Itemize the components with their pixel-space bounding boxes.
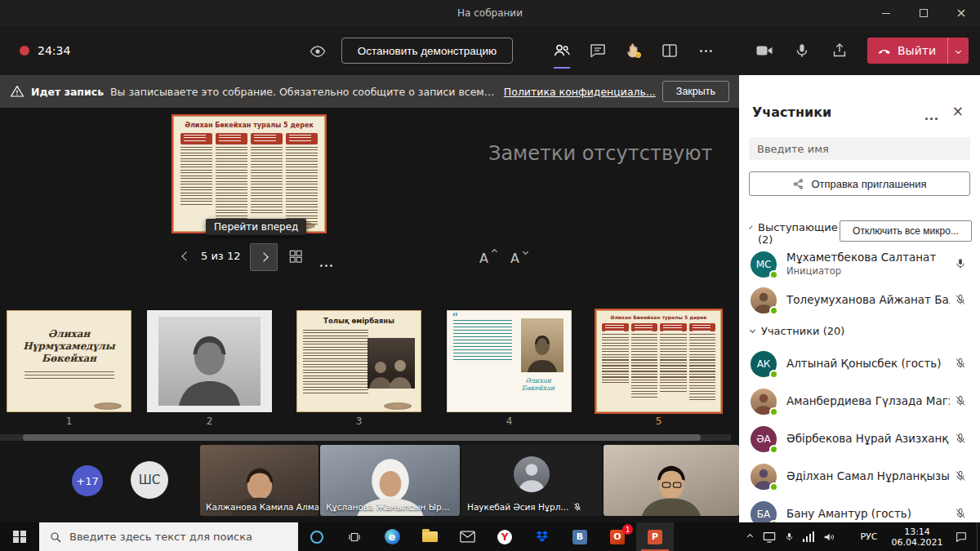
- slide-4[interactable]: “ Әлихан Бөкейхан: [447, 310, 572, 412]
- start-button[interactable]: [0, 522, 39, 551]
- previous-slide-button[interactable]: [178, 248, 194, 264]
- participant-row[interactable]: Толеумуханова Айжанат Бал...: [739, 282, 980, 318]
- recording-banner-message: Вы записываете это собрание. Обязательно…: [110, 86, 497, 98]
- dropbox-icon[interactable]: [523, 522, 561, 551]
- participants-button[interactable]: [544, 26, 580, 75]
- edge-icon[interactable]: e: [373, 522, 411, 551]
- slide-1-number: 1: [7, 415, 131, 427]
- privacy-policy-link[interactable]: Политика конфиденциаль...: [504, 86, 656, 98]
- font-decrease-button[interactable]: A: [509, 247, 528, 266]
- mic-off-icon[interactable]: [954, 394, 967, 407]
- group-photo-silhouette: [368, 356, 415, 389]
- taskbar-search[interactable]: [39, 522, 298, 551]
- vk-icon[interactable]: B: [561, 522, 599, 551]
- clock[interactable]: 13:14 06.04.2021: [887, 522, 947, 551]
- more-actions-button[interactable]: [688, 26, 724, 75]
- avatar: МС: [751, 251, 777, 278]
- warning-icon: [10, 84, 24, 99]
- mic-off-icon[interactable]: [954, 357, 967, 370]
- banner-close-button[interactable]: Закрыть: [662, 81, 729, 102]
- participant-search-input[interactable]: [749, 137, 970, 160]
- filmstrip-scrollbar[interactable]: [0, 434, 731, 441]
- next-slide-button[interactable]: [250, 243, 278, 271]
- leave-button[interactable]: Выйти: [867, 38, 969, 64]
- slide-thumbnail-4[interactable]: “ Әлихан Бөкейхан 4: [447, 310, 572, 427]
- mic-off-icon[interactable]: [954, 469, 967, 482]
- video-tile[interactable]: Наукебай Әсия Нұрл...: [461, 445, 602, 516]
- stop-presenting-button[interactable]: Остановить демонстрацию: [341, 38, 513, 64]
- slide-grid-button[interactable]: [287, 248, 305, 266]
- chat-icon: [588, 41, 608, 60]
- chevron-down-icon: [523, 249, 528, 255]
- panel-more-button[interactable]: [925, 108, 938, 123]
- share-up-icon: [831, 42, 849, 60]
- slide-thumbnail-3[interactable]: Толық өмірбаяны 3: [296, 310, 421, 427]
- tray-expand-button[interactable]: [740, 522, 760, 551]
- cortana-button[interactable]: [298, 522, 336, 551]
- mic-off-icon[interactable]: [954, 432, 967, 445]
- panel-close-button[interactable]: ×: [952, 103, 964, 119]
- share-invite-button[interactable]: Отправка приглашения: [749, 171, 970, 196]
- task-view-button[interactable]: [336, 522, 373, 551]
- overflow-participants-badge[interactable]: +17: [72, 465, 103, 496]
- slide-2[interactable]: [147, 310, 272, 412]
- yandex-icon[interactable]: Y: [486, 522, 523, 551]
- mic-off-icon[interactable]: [954, 507, 967, 520]
- taskbar-search-input[interactable]: [69, 531, 274, 543]
- scrollbar-thumb[interactable]: [23, 434, 701, 441]
- mic-on-icon[interactable]: [954, 257, 967, 270]
- share-button[interactable]: [821, 26, 858, 75]
- font-size-controls: A A: [478, 247, 528, 266]
- office-icon[interactable]: O 1: [599, 522, 636, 551]
- slide-3[interactable]: Толық өмірбаяны: [296, 310, 421, 412]
- slide-5-selected[interactable]: Әлихан Бөкейхан туралы 5 дерек: [596, 310, 721, 412]
- slide-3-photo: [368, 338, 415, 389]
- presence-available-icon: [769, 482, 778, 491]
- slide-more-button[interactable]: [320, 255, 332, 270]
- mute-all-button[interactable]: Отключить все микро...: [840, 220, 972, 242]
- slide-4-portrait: [521, 318, 564, 372]
- video-tile[interactable]: Құсланова Жанылсын Ыр...: [320, 445, 460, 516]
- font-increase-button[interactable]: A: [478, 247, 497, 266]
- close-button[interactable]: ×: [942, 0, 980, 26]
- camera-button[interactable]: [746, 26, 783, 75]
- powerpoint-icon[interactable]: P: [636, 522, 674, 551]
- participant-avatar-initials[interactable]: ШС: [131, 461, 168, 499]
- slide-thumbnail-2[interactable]: 2: [147, 310, 272, 427]
- leave-options-caret[interactable]: [947, 38, 969, 64]
- breakout-rooms-button[interactable]: [652, 26, 688, 75]
- participant-row[interactable]: Әділхан Самал Нұрланқызы: [739, 459, 980, 495]
- network-tray-icon[interactable]: [799, 522, 818, 551]
- display-tray-icon[interactable]: [760, 522, 779, 551]
- action-center-button[interactable]: [947, 522, 975, 551]
- video-tile[interactable]: Калжанова Камила Алма...: [200, 445, 318, 516]
- show-desktop-button[interactable]: [977, 522, 980, 551]
- volume-tray-icon[interactable]: [818, 522, 840, 551]
- slide-thumbnail-1[interactable]: Әлихан Нұрмұхамедұлы Бөкейхан 1: [7, 310, 131, 427]
- raise-hand-button[interactable]: [616, 26, 652, 75]
- preview-eye-button[interactable]: [309, 42, 328, 62]
- chat-button[interactable]: [580, 26, 616, 75]
- participant-row[interactable]: АК Алтынай Қонысбек (гость): [739, 346, 980, 382]
- mic-tray-icon[interactable]: [779, 522, 799, 551]
- participant-row[interactable]: Аманбердиева Гүлзада Магз...: [739, 384, 980, 420]
- current-slide-preview[interactable]: Әлихан Бөкейхан туралы 5 дерек: [172, 114, 327, 233]
- file-explorer-icon[interactable]: [411, 522, 448, 551]
- more-icon: [320, 264, 332, 267]
- slide-thumbnail-5[interactable]: Әлихан Бөкейхан туралы 5 дерек 5: [596, 310, 721, 427]
- mail-icon[interactable]: [448, 522, 486, 551]
- microphone-button[interactable]: [783, 26, 821, 75]
- slide-decoration: [94, 402, 122, 410]
- participant-row[interactable]: МС Мұхаметбекова Салтанат Инициатор: [739, 247, 980, 282]
- attendees-section-header[interactable]: Участники (20): [751, 325, 844, 337]
- slide-1[interactable]: Әлихан Нұрмұхамедұлы Бөкейхан: [7, 310, 131, 412]
- participant-row[interactable]: ӘА Әбірбекова Нұрай Азизханқ...: [739, 421, 980, 457]
- maximize-button[interactable]: [905, 0, 942, 26]
- mic-off-icon[interactable]: [954, 293, 967, 306]
- video-tile[interactable]: [604, 445, 739, 516]
- speakers-section-header[interactable]: Выступающие (2): [751, 222, 832, 247]
- minimize-button[interactable]: [867, 0, 905, 26]
- mic-icon: [793, 42, 811, 60]
- language-indicator[interactable]: РУС: [853, 522, 885, 551]
- close-icon: ×: [956, 7, 966, 20]
